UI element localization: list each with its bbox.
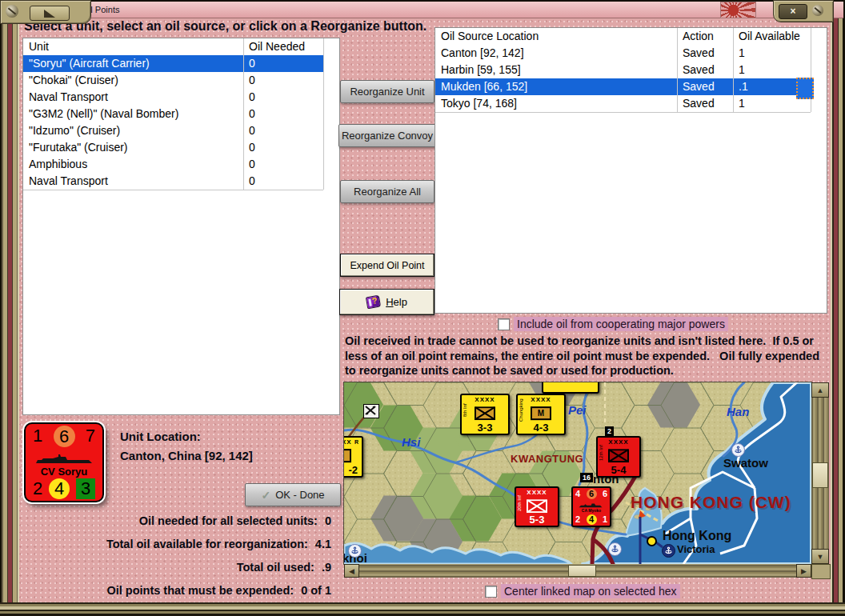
window-close-tab: ×: [773, 0, 834, 22]
counter-value: 2: [33, 478, 42, 499]
include-oil-checkbox-row[interactable]: Include oil from cooperating major power…: [498, 317, 728, 331]
port-anchor-icon: [731, 443, 745, 457]
unit-row-naval-transport-1[interactable]: Naval Transport 0: [23, 89, 323, 106]
center-map-checkbox-label: Center linked map on selected hex: [501, 584, 680, 598]
unit-row-furutaka[interactable]: "Furutaka" (Cruiser) 0: [23, 139, 323, 157]
counter-strength: 5-3: [516, 514, 558, 526]
window-frame-left: [0, 0, 19, 616]
window-menu-button[interactable]: [30, 6, 70, 21]
ok-done-button[interactable]: ✓ OK - Done: [245, 483, 341, 506]
stat-label: Total oil available for reorganization:: [106, 538, 308, 550]
unit-row-g3m2[interactable]: "G3M2 (Nell)" (Naval Bomber) 0: [23, 106, 323, 123]
counter-flag: R: [354, 439, 359, 445]
victoria-label: Victoria: [677, 543, 715, 555]
scroll-up-button[interactable]: ▲: [811, 382, 829, 398]
available-cell: 1: [733, 45, 811, 62]
counter-value: 1: [603, 514, 607, 525]
pei-river-label: Pei: [568, 403, 587, 417]
window-frame-bottom: [0, 602, 845, 616]
center-map-checkbox[interactable]: [485, 586, 497, 598]
unit-row-idzumo[interactable]: "Idzumo" (Cruiser) 0: [23, 122, 323, 140]
japanese-54-counter: XXXX 12th Inf 5-4: [596, 436, 641, 478]
hong-kong-city-dot: [647, 536, 657, 546]
counter-name: CV Soryu: [26, 466, 102, 478]
reorganize-convoy-label: Reorganize Convoy: [342, 130, 433, 142]
stat-value: 0: [325, 514, 331, 527]
map-horizontal-scrollbar[interactable]: ◀ ▶: [344, 564, 811, 578]
hong-kong-city-label: Hong Kong: [663, 529, 731, 543]
location-cell: Canton [92, 142]: [435, 45, 677, 62]
expend-oil-points-window: Expend Oil Points × Select a unit, selec…: [0, 0, 845, 616]
title-bar[interactable]: [2, 2, 843, 18]
table-edge-line: [323, 38, 324, 190]
available-cell: 1: [733, 62, 811, 78]
arrow-right-icon: ▶: [801, 567, 807, 575]
unit-row-chokai[interactable]: "Chokai" (Cruiser) 0: [23, 72, 323, 90]
oil-needed-cell: 0: [243, 106, 329, 122]
reorganize-all-button[interactable]: Reorganize All: [340, 180, 435, 203]
center-map-checkbox-row[interactable]: Center linked map on selected hex: [485, 584, 680, 598]
counter-strength: 5-4: [598, 464, 639, 476]
counter-size: XX R: [344, 438, 362, 446]
hong-kong-region-label: HONG KONG (CW): [631, 493, 791, 512]
counter-value: 4: [575, 489, 580, 499]
reorganize-unit-button[interactable]: Reorganize Unit: [340, 80, 435, 103]
cv-soryu-counter: 1 6 7 CV Soryu 2 4 3: [24, 422, 104, 502]
column-divider: [677, 28, 678, 112]
unit-column-header: Unit: [23, 38, 243, 55]
counter-value-squared: 3: [76, 478, 95, 499]
unit-cell: "Idzumo" (Cruiser): [23, 122, 243, 139]
horizontal-scroll-thumb[interactable]: [568, 565, 596, 577]
oil-needed-cell: 0: [243, 122, 329, 139]
chinese-43-counter: XXXX Chungking M 4-3: [516, 394, 566, 435]
oil-row-canton[interactable]: Canton [92, 142] Saved 1: [435, 45, 811, 62]
unit-location-label: Unit Location:: [120, 430, 201, 443]
scroll-right-button[interactable]: ▶: [796, 564, 811, 578]
unit-row-amphibious[interactable]: Amphibious 0: [23, 156, 323, 174]
triangle-icon: [44, 10, 55, 18]
unit-cell: Amphibious: [23, 156, 243, 173]
counter-value-circled: 6: [54, 426, 75, 447]
counter-value: 6: [603, 489, 607, 499]
window-frame-right: [831, 0, 845, 616]
port-anchor-icon: [348, 544, 362, 558]
vertical-scroll-thumb[interactable]: [812, 462, 828, 488]
counter-side-text: Chungking: [518, 399, 524, 422]
reorganize-convoy-button[interactable]: Reorganize Convoy: [338, 124, 436, 147]
unit-row-soryu[interactable]: "Soryu" (Aircraft Carrier) 0: [23, 55, 323, 73]
location-cell: Mukden [66, 152]: [435, 78, 677, 95]
help-button[interactable]: ? Help: [339, 289, 435, 315]
map-vertical-scrollbar[interactable]: ▲ ▼: [811, 382, 829, 564]
oil-row-harbin[interactable]: Harbin [59, 155] Saved 1: [435, 62, 811, 79]
help-book-icon: ?: [366, 295, 381, 310]
swatow-label: Swatow: [723, 456, 768, 470]
counter-side-text: 20th Inf: [516, 492, 523, 514]
close-button[interactable]: ×: [779, 4, 807, 19]
table-edge-line: [811, 28, 811, 112]
chinese-partial-counter: XX R M -2: [344, 436, 363, 478]
map-viewport[interactable]: Hsi Pei Han KWANGTUNG HONG KONG (CW) Swa…: [344, 382, 811, 564]
action-cell: Saved: [677, 62, 733, 78]
oil-row-mukden[interactable]: Mukden [66, 152] Saved .1: [435, 78, 811, 96]
help-label-rest: elp: [394, 296, 407, 308]
unit-row-naval-transport-2[interactable]: Naval Transport 0: [23, 173, 323, 190]
oil-row-tokyo[interactable]: Tokyo [74, 168] Saved 1: [435, 95, 811, 113]
counter-strength: 3-3: [462, 422, 508, 434]
expend-oil-point-button[interactable]: Expend Oil Point: [340, 254, 435, 277]
counter-value: 1: [33, 426, 42, 447]
japanese-53-counter: XXXX 20th Inf 5-3: [515, 486, 559, 527]
counter-bottom-row: 2 4 3: [26, 478, 102, 499]
scrollbar-corner: [811, 564, 831, 579]
expend-oil-point-label: Expend Oil Point: [350, 260, 424, 271]
include-oil-checkbox[interactable]: [498, 318, 510, 330]
column-divider: [733, 28, 734, 112]
scroll-down-button[interactable]: ▼: [811, 549, 829, 564]
stat-label: Total oil used:: [237, 561, 314, 574]
unit-cell: Naval Transport: [23, 173, 243, 190]
unit-cell: "Soryu" (Aircraft Carrier): [23, 55, 243, 72]
scroll-left-button[interactable]: ◀: [344, 564, 359, 578]
include-oil-checkbox-label: Include oil from cooperating major power…: [514, 317, 728, 331]
oil-needed-column-header: Oil Needed: [243, 38, 329, 55]
check-icon: ✓: [261, 489, 270, 502]
unit-cell: "Furutaka" (Cruiser): [23, 139, 243, 156]
